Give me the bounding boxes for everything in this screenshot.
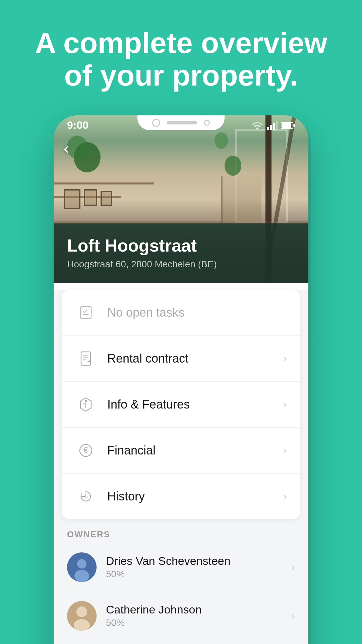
owner-name-catherine: Catherine Johnson [106, 603, 291, 616]
wifi-icon [251, 121, 263, 130]
svg-point-22 [76, 606, 87, 617]
owner-info-catherine: Catherine Johnson 50% [106, 603, 291, 628]
owner-info-dries: Dries Van Schevensteen 50% [106, 554, 291, 580]
info-icon [75, 394, 97, 415]
svg-rect-5 [282, 123, 291, 128]
svg-rect-6 [293, 124, 295, 127]
owner-item-catherine[interactable]: Catherine Johnson 50% › [62, 592, 300, 640]
owner-percentage-dries: 50% [106, 569, 291, 580]
menu-chevron-financial: › [283, 444, 287, 457]
svg-rect-9 [81, 352, 90, 365]
svg-text:€: € [83, 445, 88, 454]
phone-content: No open tasks Rental contract › [54, 290, 308, 644]
menu-card: No open tasks Rental contract › [62, 290, 300, 519]
floor-line [54, 221, 308, 223]
owner-item-dries[interactable]: Dries Van Schevensteen 50% › [62, 543, 300, 592]
menu-label-info: Info & Features [107, 397, 283, 412]
avatar-dries [67, 552, 97, 582]
owner-chevron-catherine: › [291, 609, 295, 622]
svg-rect-2 [273, 123, 275, 130]
financial-icon: € [75, 440, 97, 461]
svg-rect-3 [276, 121, 278, 130]
back-button[interactable]: ‹ [64, 139, 69, 157]
menu-item-history[interactable]: History › [62, 474, 300, 519]
menu-item-info[interactable]: Info & Features › [62, 382, 300, 428]
notch-dot [204, 120, 210, 126]
menu-label-rental: Rental contract [107, 352, 283, 366]
status-icons [251, 121, 295, 130]
owner-chevron-dries: › [291, 561, 295, 573]
battery-icon [281, 122, 295, 129]
plant-2 [67, 136, 87, 159]
menu-item-financial[interactable]: € Financial › [62, 428, 300, 474]
avatar-catherine [67, 601, 97, 631]
svg-point-19 [77, 559, 86, 569]
owner-name-dries: Dries Van Schevensteen [106, 554, 291, 568]
menu-label-history: History [107, 489, 283, 503]
property-name: Loft Hoogstraat [67, 235, 295, 256]
menu-chevron-info: › [283, 398, 287, 411]
menu-label-tasks: No open tasks [107, 306, 287, 320]
owners-section: OWNERS Dries Van Schevensteen 50 [54, 529, 308, 644]
history-icon [75, 486, 97, 507]
svg-point-20 [74, 570, 89, 582]
menu-chevron-history: › [283, 490, 287, 502]
menu-chevron-rental: › [283, 352, 287, 365]
plant-3 [225, 156, 241, 176]
svg-rect-7 [80, 307, 91, 319]
svg-point-13 [85, 400, 86, 402]
add-owner-item[interactable]: + Add owner › [62, 640, 300, 644]
menu-label-financial: Financial [107, 443, 283, 458]
avatar-placeholder-dries [67, 552, 97, 582]
hero-title: A complete overview of your property. [8, 27, 354, 92]
status-time: 9:00 [67, 119, 88, 131]
picture-3 [101, 191, 112, 206]
owners-label: OWNERS [62, 529, 300, 540]
notch-pill [167, 121, 197, 124]
property-image: 9:00 [54, 115, 308, 283]
menu-item-tasks[interactable]: No open tasks [62, 290, 300, 336]
avatar-placeholder-catherine [67, 601, 97, 631]
picture-1 [64, 189, 80, 209]
signal-icon [267, 121, 278, 130]
svg-rect-0 [267, 127, 269, 130]
svg-rect-1 [270, 125, 272, 130]
menu-item-rental[interactable]: Rental contract › [62, 336, 300, 382]
owner-percentage-catherine: 50% [106, 618, 291, 628]
property-address: Hoogstraat 60, 2800 Mechelen (BE) [67, 259, 295, 270]
phone-frame: 9:00 [54, 115, 308, 644]
notch-camera [152, 119, 160, 127]
rental-icon [75, 348, 97, 369]
staircase-hint [221, 176, 261, 223]
property-title-overlay: Loft Hoogstraat Hoogstraat 60, 2800 Mech… [54, 223, 308, 283]
tasks-icon [75, 302, 97, 323]
picture-2 [84, 189, 97, 206]
phone-notch [137, 115, 225, 130]
shelf-1 [54, 182, 154, 184]
